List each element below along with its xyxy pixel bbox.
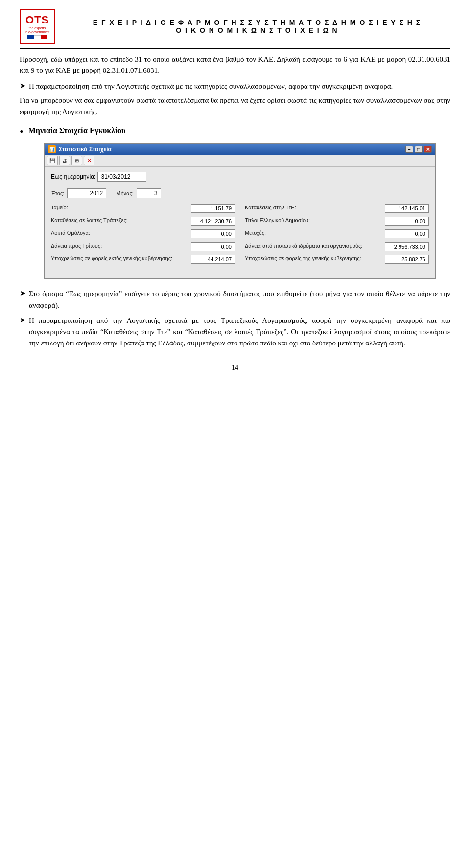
arrow-text-1: Η παραμετροποίηση από την Λογιστικής σχε… — [29, 81, 393, 92]
field-loipa-omologa-label: Λοιπά Ομόλογα: — [51, 229, 188, 236]
field-katatheseis-loipes-value[interactable]: 4.121.230,76 — [191, 217, 235, 226]
field-titloi-ellinikoy: Τίτλοι Ελληνικού Δημοσίου: 0,00 — [245, 217, 429, 226]
field-ypoxreoseis-genikes-value[interactable]: -25.882,76 — [385, 255, 429, 264]
field-titloi-ellinikoy-value[interactable]: 0,00 — [385, 217, 429, 226]
field-ypoxreoseis-ektos-value[interactable]: 44.214,07 — [191, 255, 235, 264]
logo-box: OTS the expertsin e-government — [20, 9, 55, 44]
logo-ots-text: OTS — [25, 14, 49, 26]
logo-flag — [27, 35, 47, 39]
field-metoxes-label: Μετοχές: — [245, 229, 382, 236]
window-toolbar: 💾 🖨 ⊞ ✕ — [45, 155, 435, 167]
bottom-arrow-icon-2: ➤ — [20, 316, 26, 324]
bullet-section: • Μηνιαία Στοιχεία Εγκυκλίου — [20, 126, 450, 138]
field-ypoxreoseis-ektos: Υποχρεώσεις σε φορείς εκτός γενικής κυβέ… — [51, 255, 235, 264]
field-daneia-pistotika-value[interactable]: 2.956.733,09 — [385, 242, 429, 251]
field-katatheseis-tte: Καταθέσεις στην ΤτΕ: 142.145,01 — [245, 204, 429, 213]
close-button[interactable]: ✕ — [424, 146, 432, 153]
field-daneia-pistotika: Δάνεια από πιστωτικά ιδρύματα και οργανι… — [245, 242, 429, 251]
field-ypoxreoseis-genikes: Υποχρεώσεις σε φορείς της γενικής κυβέρν… — [245, 255, 429, 264]
field-katatheseis-tte-label: Καταθέσεις στην ΤτΕ: — [245, 204, 382, 211]
bullet-label: Μηνιαία Στοιχεία Εγκυκλίου — [28, 126, 126, 135]
minimize-button[interactable]: − — [405, 146, 413, 153]
date-input[interactable]: 31/03/2012 — [97, 172, 146, 182]
maximize-button[interactable]: □ — [415, 146, 423, 153]
header-title2: Ο Ι Κ Ο Ν Ο Μ Ι Κ Ω Ν Σ Τ Ο Ι Χ Ε Ι Ω Ν — [64, 26, 450, 34]
field-daneia-tritous-value[interactable]: 0,00 — [191, 242, 235, 251]
field-daneia-pistotika-label: Δάνεια από πιστωτικά ιδρύματα και οργανι… — [245, 242, 382, 249]
page-number: 14 — [20, 364, 450, 372]
page: OTS the expertsin e-government Ε Γ Χ Ε Ι… — [0, 0, 470, 868]
date-label: Εως ημερομηνία: — [51, 173, 95, 180]
arrow-item-1: ➤ Η παραμετροποίηση από την Λογιστικής σ… — [20, 81, 450, 92]
window-title-text: Στατιστικά Στοιχεία — [59, 146, 112, 153]
field-katatheseis-tte-value[interactable]: 142.145,01 — [385, 204, 429, 213]
header-titles: Ε Γ Χ Ε Ι Ρ Ι Δ Ι Ο Ε Φ Α Ρ Μ Ο Γ Η Σ Σ … — [64, 19, 450, 34]
field-loipa-omologa: Λοιπά Ομόλογα: 0,00 — [51, 229, 235, 238]
bullet-dot: • — [20, 125, 24, 138]
toolbar-save-button[interactable]: 💾 — [47, 156, 58, 165]
window-wrapper: 📊 Στατιστικά Στοιχεία − □ ✕ 💾 🖨 ⊞ ✕ — [44, 143, 436, 279]
year-input[interactable]: 2012 — [67, 188, 106, 198]
field-daneia-tritous-label: Δάνεια προς Τρίτους: — [51, 242, 188, 249]
month-label: Μήνας: — [116, 190, 134, 196]
intro-para2: Για να μπορέσουν να σας εμφανιστούν σωστ… — [20, 95, 450, 118]
field-katatheseis-loipes: Καταθέσεις σε λοιπές Τράπεζες: 4.121.230… — [51, 217, 235, 226]
intro-para1: Προσοχή, εδώ υπάρχει και το επίπεδο 31 τ… — [20, 54, 450, 77]
data-col-right: Καταθέσεις στην ΤτΕ: 142.145,01 Τίτλοι Ε… — [245, 204, 429, 264]
month-group: Μήνας: 3 — [116, 188, 161, 198]
field-daneia-tritous: Δάνεια προς Τρίτους: 0,00 — [51, 242, 235, 251]
window-titlebar: 📊 Στατιστικά Στοιχεία − □ ✕ — [45, 144, 435, 155]
toolbar-close-button[interactable]: ✕ — [84, 156, 94, 165]
data-section: Ταμείο: -1.151,79 Καταθέσεις σε λοιπές Τ… — [51, 204, 429, 264]
bottom-arrow-text-2: Η παραμετροποίηση από την Λογιστικής σχε… — [29, 315, 450, 349]
date-row: Εως ημερομηνία: 31/03/2012 — [51, 172, 429, 182]
field-metoxes: Μετοχές: 0,00 — [245, 229, 429, 238]
field-titloi-ellinikoy-label: Τίτλοι Ελληνικού Δημοσίου: — [245, 217, 382, 224]
field-tamio-label: Ταμείο: — [51, 204, 188, 211]
toolbar-grid-button[interactable]: ⊞ — [71, 156, 82, 165]
field-katatheseis-loipes-label: Καταθέσεις σε λοιπές Τράπεζες: — [51, 217, 188, 224]
field-ypoxreoseis-ektos-label: Υποχρεώσεις σε φορείς εκτός γενικής κυβέ… — [51, 255, 188, 262]
bottom-arrow-item-2: ➤ Η παραμετροποίηση από την Λογιστικής σ… — [20, 315, 450, 349]
bottom-section: ➤ Στο όρισμα “Εως ημερομηνία” εισάγετε τ… — [20, 288, 450, 349]
arrow-icon-1: ➤ — [20, 81, 26, 90]
year-group: Έτος: 2012 — [51, 188, 106, 198]
header: OTS the expertsin e-government Ε Γ Χ Ε Ι… — [20, 9, 450, 49]
window-body: Εως ημερομηνία: 31/03/2012 Έτος: 2012 Μή… — [45, 167, 435, 278]
field-ypoxreoseis-genikes-label: Υποχρεώσεις σε φορείς της γενικής κυβέρν… — [245, 255, 382, 262]
window-controls[interactable]: − □ ✕ — [405, 146, 432, 153]
data-col-left: Ταμείο: -1.151,79 Καταθέσεις σε λοιπές Τ… — [51, 204, 235, 264]
header-title1: Ε Γ Χ Ε Ι Ρ Ι Δ Ι Ο Ε Φ Α Ρ Μ Ο Γ Η Σ Σ … — [64, 19, 450, 26]
window-title-left: 📊 Στατιστικά Στοιχεία — [48, 145, 112, 153]
year-month-row: Έτος: 2012 Μήνας: 3 — [51, 188, 429, 198]
bottom-arrow-icon-1: ➤ — [20, 289, 26, 297]
statistics-window: 📊 Στατιστικά Στοιχεία − □ ✕ 💾 🖨 ⊞ ✕ — [44, 143, 436, 279]
window-app-icon: 📊 — [48, 145, 56, 153]
field-tamio-value[interactable]: -1.151,79 — [191, 204, 235, 213]
month-input[interactable]: 3 — [137, 188, 161, 198]
toolbar-print-button[interactable]: 🖨 — [59, 156, 70, 165]
field-loipa-omologa-value[interactable]: 0,00 — [191, 229, 235, 238]
field-tamio: Ταμείο: -1.151,79 — [51, 204, 235, 213]
logo-subtitle: the expertsin e-government — [25, 26, 50, 35]
year-label: Έτος: — [51, 190, 64, 196]
field-metoxes-value[interactable]: 0,00 — [385, 229, 429, 238]
bottom-arrow-text-1: Στο όρισμα “Εως ημερομηνία” εισάγετε το … — [29, 288, 450, 311]
bottom-arrow-item-1: ➤ Στο όρισμα “Εως ημερομηνία” εισάγετε τ… — [20, 288, 450, 311]
logo-area: OTS the expertsin e-government — [20, 9, 64, 44]
